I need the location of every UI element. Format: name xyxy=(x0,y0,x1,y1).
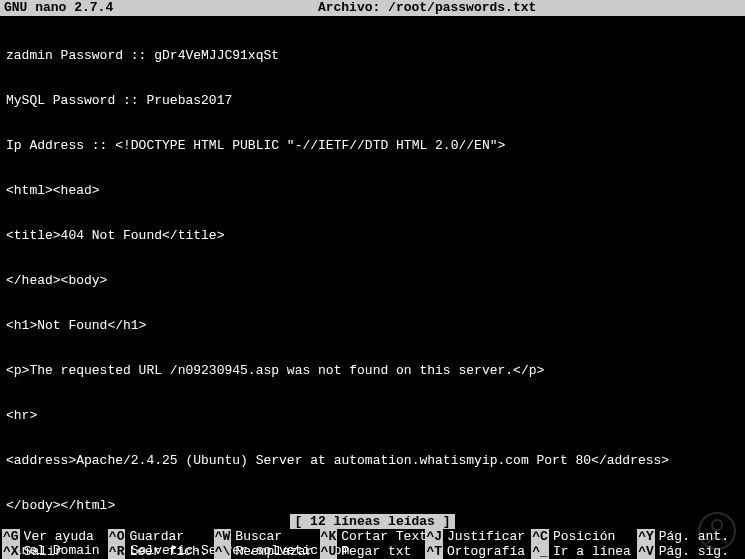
help-cut[interactable]: ^KCortar Text xyxy=(320,529,426,544)
help-read-file[interactable]: ^RLeer fich. xyxy=(108,544,214,559)
app-name: GNU nano 2.7.4 xyxy=(4,1,113,15)
status-bar: [ 12 líneas leídas ] xyxy=(0,514,745,529)
help-label: Reemplazar xyxy=(235,544,313,559)
key-label: ^\ xyxy=(214,544,232,559)
help-paste[interactable]: ^UPegar txt xyxy=(320,544,426,559)
help-label: Leer fich. xyxy=(129,544,207,559)
text-line: Ip Address :: <!DOCTYPE HTML PUBLIC "-//… xyxy=(6,138,739,153)
text-line: <title>404 Not Found</title> xyxy=(6,228,739,243)
text-line: <h1>Not Found</h1> xyxy=(6,318,739,333)
help-label: Buscar xyxy=(235,529,282,544)
watermark-icon xyxy=(697,511,737,551)
help-justify[interactable]: ^JJustificar xyxy=(425,529,531,544)
help-label: Justificar xyxy=(447,529,525,544)
key-label: ^R xyxy=(108,544,126,559)
key-label: ^G xyxy=(2,529,20,544)
key-label: ^K xyxy=(320,529,338,544)
svg-point-1 xyxy=(712,520,722,530)
key-label: ^Y xyxy=(637,529,655,544)
help-row-1: ^GVer ayuda ^OGuardar ^WBuscar ^KCortar … xyxy=(2,529,743,544)
text-line: <p>The requested URL /n09230945.asp was … xyxy=(6,363,739,378)
text-line: <address>Apache/2.4.25 (Ubuntu) Server a… xyxy=(6,453,739,468)
key-label: ^T xyxy=(425,544,443,559)
help-goto-line[interactable]: ^_Ir a línea xyxy=(531,544,637,559)
key-label: ^O xyxy=(108,529,126,544)
help-label: Ortografía xyxy=(447,544,525,559)
help-label: Pegar txt xyxy=(341,544,411,559)
key-label: ^W xyxy=(214,529,232,544)
key-label: ^C xyxy=(531,529,549,544)
text-line: zadmin Password :: gDr4VeMJJC91xqSt xyxy=(6,48,739,63)
text-line: MySQL Password :: Pruebas2017 xyxy=(6,93,739,108)
text-line: </head><body> xyxy=(6,273,739,288)
help-exit[interactable]: ^XSalir xyxy=(2,544,108,559)
help-row-2: ^XSalir ^RLeer fich. ^\Reemplazar ^UPega… xyxy=(2,544,743,559)
key-label: ^J xyxy=(425,529,443,544)
help-spell[interactable]: ^TOrtografía xyxy=(425,544,531,559)
text-line: </body></html> xyxy=(6,498,739,513)
help-bar: ^GVer ayuda ^OGuardar ^WBuscar ^KCortar … xyxy=(0,529,745,559)
help-replace[interactable]: ^\Reemplazar xyxy=(214,544,320,559)
key-label: ^V xyxy=(637,544,655,559)
editor-content[interactable]: zadmin Password :: gDr4VeMJJC91xqSt MySQ… xyxy=(0,16,745,559)
help-get-help[interactable]: ^GVer ayuda xyxy=(2,529,108,544)
help-label: Cortar Text xyxy=(341,529,425,544)
help-label: Salir xyxy=(24,544,63,559)
help-search[interactable]: ^WBuscar xyxy=(214,529,320,544)
help-label: Posición xyxy=(553,529,615,544)
help-label: Ver ayuda xyxy=(24,529,94,544)
text-line: <html><head> xyxy=(6,183,739,198)
key-label: ^X xyxy=(2,544,20,559)
file-name: Archivo: /root/passwords.txt xyxy=(113,1,741,15)
help-write-out[interactable]: ^OGuardar xyxy=(108,529,214,544)
status-text: [ 12 líneas leídas ] xyxy=(290,514,454,529)
key-label: ^_ xyxy=(531,544,549,559)
title-bar: GNU nano 2.7.4 Archivo: /root/passwords.… xyxy=(0,0,745,16)
help-label: Ir a línea xyxy=(553,544,631,559)
help-position[interactable]: ^CPosición xyxy=(531,529,637,544)
text-line: <hr> xyxy=(6,408,739,423)
help-label: Guardar xyxy=(129,529,184,544)
key-label: ^U xyxy=(320,544,338,559)
